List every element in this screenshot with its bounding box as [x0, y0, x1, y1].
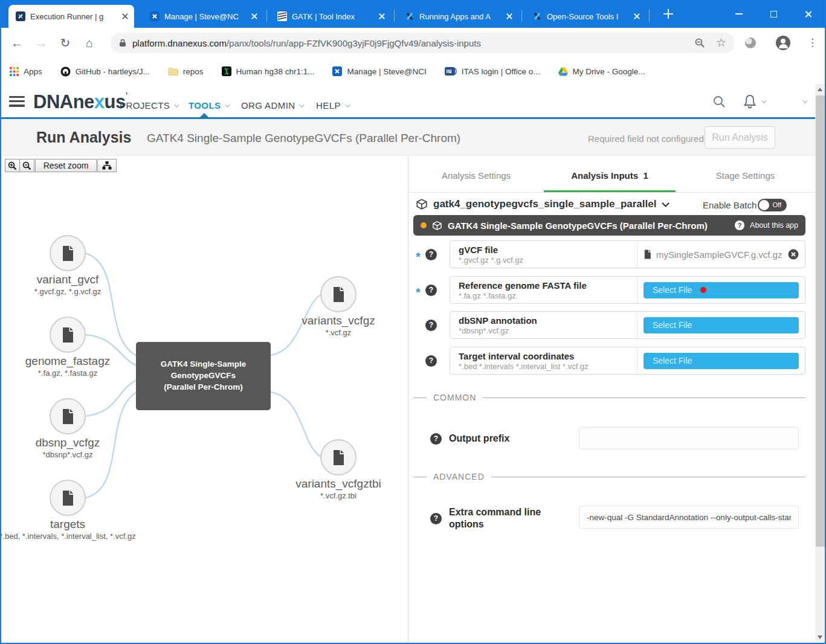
dnanexus-x-favicon	[532, 11, 542, 21]
google-drive-icon	[558, 67, 568, 76]
browser-menu-icon[interactable]: ⋮	[807, 36, 818, 50]
maximize-button[interactable]	[760, 0, 787, 28]
help-icon[interactable]: ?	[430, 433, 442, 445]
nav-org-admin[interactable]: ORG ADMIN	[241, 100, 303, 111]
browser-tab-manage[interactable]: Manage | Steve@NC	[143, 5, 263, 28]
extra-options-input[interactable]	[579, 506, 799, 529]
browser-tab-gatk[interactable]: GATK | Tool Index	[270, 5, 391, 28]
chevron-down-icon[interactable]	[761, 98, 766, 103]
package-cube-icon	[416, 198, 428, 210]
help-icon[interactable]: ?	[425, 249, 437, 260]
genome-browser-icon	[222, 66, 231, 76]
input-card: Reference genome FASTA file *.fa.gz *.fa…	[450, 276, 805, 304]
output-prefix-input[interactable]	[579, 427, 799, 449]
remove-file-icon[interactable]	[788, 249, 799, 260]
tab-analysis-inputs[interactable]: Analysis Inputs 1	[544, 170, 676, 181]
input-label: Target interval coordinates	[459, 351, 628, 361]
zoom-out-page-icon[interactable]	[694, 37, 705, 48]
minimize-button[interactable]	[725, 0, 753, 28]
close-tab-icon[interactable]	[378, 13, 385, 20]
scroll-up-arrow[interactable]	[818, 88, 822, 91]
about-this-app-link[interactable]: About this app	[750, 221, 798, 230]
bookmark-star-icon[interactable]: ☆	[716, 37, 726, 48]
browser-window: Execution Runner | g Manage | Steve@NC G…	[0, 0, 826, 644]
bookmark-drive[interactable]: My Drive - Google...	[558, 67, 645, 76]
bookmark-github[interactable]: GitHub - hartleys/J...	[60, 66, 150, 77]
tab-analysis-settings[interactable]: Analysis Settings	[408, 170, 544, 181]
input-pattern: *dbsnp*.vcf.gz	[459, 326, 628, 335]
bookmark-repos[interactable]: repos	[168, 67, 204, 76]
input-card: dbSNP annotation *dbsnp*.vcf.gz Select F…	[450, 311, 805, 339]
close-tab-icon[interactable]	[250, 13, 257, 20]
enable-batch-toggle[interactable]: Off	[758, 199, 787, 211]
input-row-target-intervals: ? Target interval coordinates *.bed *.in…	[416, 347, 805, 375]
maximize-icon	[770, 11, 777, 18]
help-icon[interactable]: ?	[430, 513, 442, 524]
input-card: Target interval coordinates *.bed *.inte…	[450, 347, 805, 375]
bookmark-label: Human hg38 chr1:1...	[236, 67, 315, 76]
close-window-button[interactable]	[794, 0, 822, 28]
active-menu-caret	[200, 113, 208, 117]
node-circle	[50, 317, 86, 353]
page-title: Run Analysis	[36, 129, 131, 146]
workflow-selector[interactable]: gatk4_genotypegvcfs_single_sample_parall…	[416, 198, 667, 210]
nav-tools[interactable]: TOOLS	[189, 100, 228, 111]
app-node[interactable]: GATK4 Single-Sample GenotypeGVCFs (Paral…	[136, 342, 271, 410]
hamburger-menu-icon[interactable]	[9, 96, 25, 107]
bookmark-manage[interactable]: Manage | Steve@NCI	[332, 66, 426, 76]
github-icon	[60, 66, 71, 77]
search-icon[interactable]	[713, 95, 726, 108]
chevron-down-icon[interactable]	[802, 98, 807, 103]
extension-icon[interactable]	[745, 37, 756, 48]
bookmark-human-hg38[interactable]: Human hg38 chr1:1...	[222, 66, 315, 76]
nav-projects[interactable]: PROJECTS	[120, 100, 178, 111]
workflow-canvas[interactable]: Reset zoom variant_gvcf *.gvcf.gz, *.g.v…	[0, 156, 408, 643]
selected-file-name: mySingleSampleGVCF.g.vcf.gz	[656, 250, 783, 260]
node-dbsnp-vcfgz[interactable]: dbsnp_vcfgz *dbsnp*.vcf.gz	[50, 398, 86, 434]
input-row-gvcf-file: * ? gVCF file *.gvcf.gz *.g.vcf.gz mySin…	[416, 240, 805, 268]
node-variants-vcfgz[interactable]: variants_vcfgz *.vcf.gz	[320, 276, 357, 312]
input-value-cell: Select File	[637, 347, 805, 374]
back-icon[interactable]: ←	[8, 35, 25, 51]
app-header-bar: GATK4 Single-Sample GenotypeGVCFs (Paral…	[413, 215, 805, 236]
close-tab-icon[interactable]	[121, 13, 128, 20]
cursor-dot	[700, 287, 706, 293]
url-field[interactable]: platform.dnanexus.com/panx/tools/run/app…	[111, 33, 735, 53]
help-icon[interactable]: ?	[425, 355, 437, 367]
scrollbar-thumb[interactable]	[816, 95, 825, 547]
profile-icon[interactable]	[776, 36, 790, 50]
close-tab-icon[interactable]	[505, 13, 512, 20]
node-name: dbsnp_vcfgz	[36, 436, 100, 449]
dnanexus-logo[interactable]: DNAnexus’	[33, 91, 127, 113]
select-file-button[interactable]: Select File	[644, 282, 799, 298]
node-pattern: *.gvcf.gz, *.g.vcf.gz	[34, 287, 102, 296]
nav-help[interactable]: HELP	[316, 100, 349, 111]
node-variants-vcfgztbi[interactable]: variants_vcfgztbi *.vcf.gz.tbi	[320, 439, 357, 475]
help-icon[interactable]: ?	[425, 285, 437, 296]
browser-tab-running-apps[interactable]: Running Apps and A	[398, 5, 518, 28]
browser-tab-execution-runner[interactable]: Execution Runner | g	[8, 5, 134, 28]
home-icon[interactable]: ⌂	[81, 35, 98, 51]
select-file-button[interactable]: Select File	[644, 353, 799, 369]
scrollbar[interactable]	[815, 84, 825, 643]
dnanexus-favicon	[150, 11, 160, 21]
node-pattern: *.fa.gz, *.fasta.gz	[38, 369, 97, 378]
run-analysis-button[interactable]: Run Analysis	[705, 126, 775, 149]
tab-separator	[521, 10, 522, 22]
close-tab-icon[interactable]	[633, 13, 640, 20]
node-genome-fastagz[interactable]: genome_fastagz *.fa.gz, *.fasta.gz	[50, 317, 86, 353]
node-targets[interactable]: targets *.bed, *.intervals, *.interval_l…	[50, 480, 86, 516]
section-common: COMMON	[413, 393, 805, 402]
help-icon[interactable]: ?	[425, 320, 437, 331]
output-prefix-row: ? Output prefix	[430, 433, 509, 445]
reload-icon[interactable]: ↻	[57, 35, 74, 51]
node-variant-gvcf[interactable]: variant_gvcf *.gvcf.gz, *.g.vcf.gz	[50, 235, 86, 271]
select-file-button[interactable]: Select File	[644, 317, 799, 333]
notifications-bell-icon[interactable]	[743, 94, 757, 109]
browser-tab-open-source-tools[interactable]: Open-Source Tools I	[525, 5, 646, 28]
bookmark-apps[interactable]: Apps	[10, 67, 42, 76]
tab-stage-settings[interactable]: Stage Settings	[676, 170, 815, 181]
new-tab-button[interactable]	[663, 9, 673, 19]
bookmark-itas[interactable]: ITAS login | Office o...	[445, 67, 540, 76]
scroll-down-arrow[interactable]	[818, 636, 822, 639]
